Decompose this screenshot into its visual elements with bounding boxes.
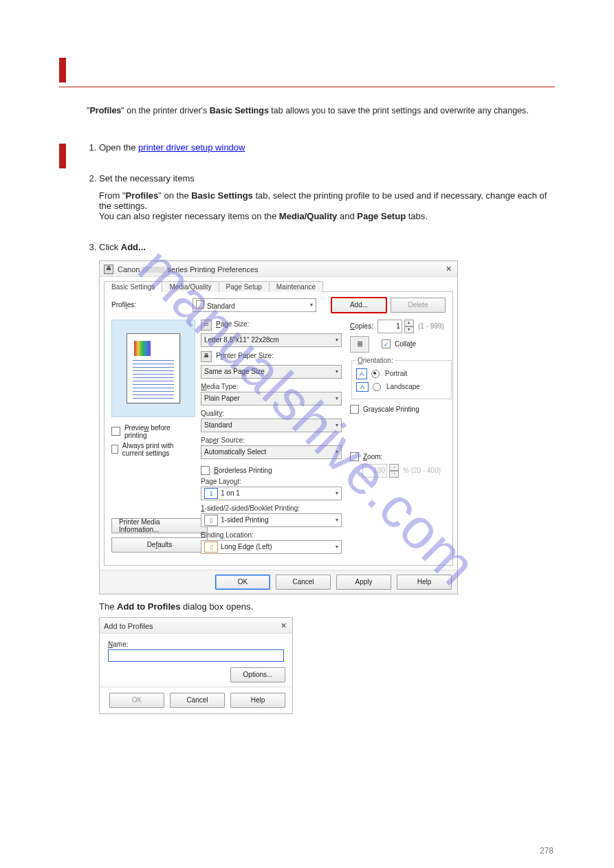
preview-checkbox[interactable] (111, 427, 120, 436)
paper-source-label: Paper Source: (201, 436, 342, 444)
ok-button[interactable]: OK (215, 575, 270, 590)
copies-range: (1 - 999) (418, 322, 444, 330)
page-size-icon: ▭ (201, 320, 212, 331)
page-intro-text: "Profiles" on the printer driver's Basic… (87, 105, 555, 118)
name-label: Name: (108, 641, 284, 648)
landscape-radio[interactable] (373, 383, 381, 391)
close-icon[interactable]: ✕ (443, 265, 453, 274)
quality-combo[interactable]: Standard▾ (201, 419, 342, 432)
zoom-spin: ▴▾ (362, 464, 399, 478)
spin-up-icon[interactable]: ▴ (404, 320, 414, 326)
dialog-button-bar: OK Cancel Apply Help (100, 570, 457, 594)
printing-preferences-dialog: 🖶 Canon series Printing Preferences ✕ Ba… (99, 260, 458, 594)
add-to-profiles-dialog: Add to Profiles ✕ Name: Options... OK (99, 617, 293, 714)
add-button[interactable]: Add... (331, 298, 386, 313)
tab-page-setup[interactable]: Page Setup (219, 281, 270, 292)
title-red-pillar (59, 58, 66, 82)
delete-button[interactable]: Delete (391, 298, 446, 313)
tabs: Basic Settings Media/Quality Page Setup … (104, 277, 453, 292)
copies-label: Copies: (350, 322, 373, 330)
step-2-sub: From "Profiles" on the Basic Settings ta… (99, 190, 555, 221)
step-1: Open the printer driver setup window (99, 142, 555, 153)
media-type-combo[interactable]: Plain Paper▾ (201, 392, 342, 405)
collate-checkbox[interactable] (382, 340, 391, 348)
header-title-row (59, 58, 555, 82)
redacted-model (142, 267, 165, 273)
tab-media-quality[interactable]: Media/Quality (162, 281, 219, 292)
name-input[interactable] (108, 649, 284, 662)
orientation-legend: Orientation: (356, 357, 395, 364)
sided-label: 1-sided/2-sided/Booklet Printing: (201, 504, 342, 512)
section-red-pillar (59, 144, 66, 168)
step-3: Click Add... 🖶 Canon series Printing Pre… (99, 242, 555, 714)
borderless-label: Borderless Printing (214, 467, 272, 474)
copies-input[interactable] (377, 320, 402, 333)
printer-icon: 🖶 (104, 265, 113, 274)
landscape-icon: A (356, 382, 369, 392)
profile-icon (196, 300, 204, 309)
chevron-down-icon: ▾ (310, 302, 313, 308)
zoom-checkbox[interactable] (350, 452, 359, 461)
orientation-group: Orientation: A Portrait (351, 357, 452, 399)
binding-label: Binding Location: (201, 531, 342, 539)
quality-label: Quality: (201, 410, 342, 417)
sheet-icon (127, 333, 180, 403)
help-button[interactable]: Help (397, 575, 452, 590)
media-type-label: Media Type: (201, 383, 342, 390)
step-2: Set the necessary items From "Profiles" … (99, 173, 555, 221)
cancel-button[interactable]: Cancel (276, 575, 331, 590)
preview-checkbox-label: Preview before printing (124, 424, 194, 439)
sided-combo[interactable]: ▯1-sided Printing▾ (201, 513, 342, 527)
always-checkbox-label: Always print with current settings (122, 442, 194, 457)
zoom-input (362, 464, 387, 478)
grayscale-label: Grayscale Printing (363, 405, 419, 413)
grayscale-checkbox[interactable] (350, 405, 359, 414)
portrait-radio[interactable] (371, 370, 380, 378)
header-divider (59, 87, 555, 87)
page-size-combo[interactable]: Letter 8.5"x11" 22x28cm▾ (201, 333, 342, 347)
apply-button[interactable]: Apply (336, 575, 391, 590)
copies-spin[interactable]: ▴▾ (377, 320, 414, 333)
defaults-button[interactable]: Defaults (111, 537, 208, 553)
step3-after-text: The Add to Profiles dialog box opens. (99, 601, 555, 612)
printer-media-info-button[interactable]: Printer Media Information... (111, 518, 208, 533)
printer-paper-icon: 🖶 (201, 351, 212, 362)
dialog-titlebar: 🖶 Canon series Printing Preferences ✕ (100, 261, 457, 277)
add-help-button[interactable]: Help (230, 693, 285, 708)
spin-down-icon[interactable]: ▾ (404, 326, 414, 333)
page-layout-label: Page Layout: (201, 478, 342, 485)
portrait-icon: A (356, 368, 367, 379)
add-dialog-title: Add to Profiles (104, 622, 153, 630)
page-number: 278 (540, 846, 553, 856)
page-size-label: Page Size: (216, 320, 249, 328)
profiles-label: Profiles: (111, 301, 188, 309)
always-checkbox[interactable] (111, 445, 118, 454)
paper-source-combo[interactable]: Automatically Select▾ (201, 445, 342, 459)
dialog-title: Canon series Printing Preferences (118, 265, 259, 274)
printer-paper-size-label: Printer Paper Size: (216, 352, 274, 359)
add-cancel-button[interactable]: Cancel (170, 693, 225, 708)
zoom-label: Zoom: (363, 453, 382, 460)
printer-paper-size-combo[interactable]: Same as Page Size▾ (201, 365, 342, 379)
collate-label: Collate (395, 340, 416, 348)
page-layout-combo[interactable]: 11 on 1▾ (201, 487, 342, 500)
collate-icon: ≣ (350, 336, 369, 353)
borderless-checkbox[interactable] (201, 466, 210, 475)
link-printer-setup[interactable]: printer driver setup window (138, 142, 245, 153)
tab-basic-settings[interactable]: Basic Settings (104, 281, 162, 292)
binding-combo[interactable]: ▯Long Edge (Left)▾ (201, 540, 342, 554)
add-ok-button[interactable]: OK (109, 693, 164, 708)
tab-maintenance[interactable]: Maintenance (269, 281, 323, 292)
zoom-range: % (20 - 400) (403, 467, 441, 474)
profiles-combo[interactable]: Standard ▾ (193, 298, 316, 312)
close-icon[interactable]: ✕ (278, 621, 288, 630)
print-preview-pane (111, 320, 195, 417)
options-button[interactable]: Options... (230, 667, 285, 682)
